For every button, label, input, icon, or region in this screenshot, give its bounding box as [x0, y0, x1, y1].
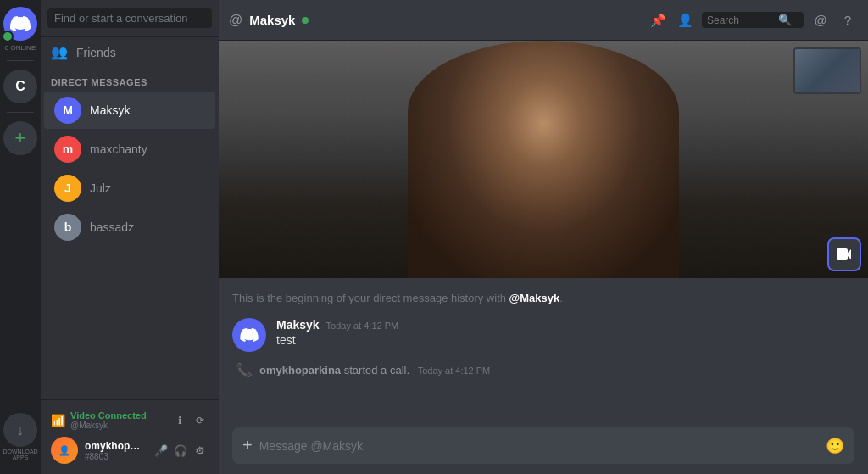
video-cam-button[interactable] [827, 237, 861, 271]
call-notification: 📞 omykhoparkina started a call. Today at… [232, 362, 854, 378]
settings-button[interactable]: ⚙ [192, 442, 209, 459]
vc-title: Video Connected [70, 410, 147, 421]
headphones-button[interactable]: 🎧 [172, 442, 189, 459]
download-apps-button[interactable]: ↓ [3, 413, 37, 447]
server-list: 0 ONLINE C + ↓ DOWNLOADAPPS [0, 0, 41, 474]
call-timestamp: Today at 4:12 PM [418, 365, 491, 376]
divider [7, 112, 34, 113]
msg-content: Maksyk Today at 4:12 PM test [276, 318, 854, 347]
history-text: This is the beginning of your direct mes… [232, 292, 854, 304]
dm-item-maxchanty[interactable]: m maxchanty [44, 131, 215, 168]
msg-text: test [276, 333, 854, 347]
message-input-inner: + 🙂 [232, 427, 854, 464]
dm-name-maksyk: Maksyk [90, 103, 130, 117]
add-server-button[interactable]: + [3, 121, 37, 155]
online-status-dot [302, 17, 309, 24]
vc-icons: ℹ ⟳ [171, 412, 209, 429]
msg-header: Maksyk Today at 4:12 PM [276, 318, 854, 332]
vc-phone-icon[interactable]: ⟳ [192, 412, 209, 429]
vc-info-icon[interactable]: ℹ [171, 412, 188, 429]
at-icon: @ [229, 13, 242, 28]
call-text: omykhoparkina started a call. Today at 4… [259, 364, 490, 376]
dm-name-bassadz: bassadz [90, 220, 134, 234]
user-tag: #8803 [85, 452, 146, 461]
header-right: 📌 👤 🔍 @ ? [648, 10, 858, 31]
main-header: @ Maksyk 📌 👤 🔍 @ ? [219, 0, 868, 41]
user-avatar: 👤 [51, 437, 78, 464]
dm-section-label: DIRECT MESSAGES [41, 67, 219, 91]
sidebar-search-container [41, 0, 219, 37]
help-icon[interactable]: ? [837, 10, 858, 31]
dm-avatar-maxchanty: m [54, 136, 81, 163]
header-search-box: 🔍 [702, 12, 804, 28]
dm-avatar-julz: J [54, 175, 81, 202]
user-info: omykhoppark... #8803 [85, 440, 146, 461]
home-button[interactable] [3, 7, 37, 41]
emoji-button[interactable]: 🙂 [826, 437, 844, 455]
pin-icon[interactable]: 📌 [648, 10, 668, 31]
dm-item-julz[interactable]: J Julz [44, 170, 215, 207]
video-area [219, 41, 868, 278]
search-icon: 🔍 [778, 14, 792, 26]
main-video-feed [219, 41, 868, 278]
dm-item-bassadz[interactable]: b bassadz [44, 209, 215, 246]
user-panel: 👤 omykhoppark... #8803 🎤 🎧 ⚙ [47, 433, 212, 467]
dm-name-maxchanty: maxchanty [90, 142, 147, 156]
vc-text: Video Connected @Maksyk [70, 410, 147, 430]
sidebar-footer: 📶 Video Connected @Maksyk ℹ ⟳ 👤 omykhopp… [41, 399, 219, 474]
dm-avatar-maksyk: M [54, 97, 81, 124]
mic-button[interactable]: 🎤 [153, 442, 170, 459]
thumbnail-feed [795, 49, 860, 92]
user-controls: 🎤 🎧 ⚙ [153, 442, 209, 459]
call-icon: 📞 [236, 362, 253, 378]
main-content: @ Maksyk 📌 👤 🔍 @ ? [219, 0, 868, 474]
dm-name-julz: Julz [90, 181, 111, 195]
history-highlight: @Maksyk [509, 292, 560, 304]
message-input-bar: + 🙂 [219, 421, 868, 474]
header-left: @ Maksyk [229, 13, 309, 28]
add-friend-icon[interactable]: 👤 [675, 10, 695, 31]
msg-avatar-maksyk [232, 318, 266, 352]
sidebar: 👥 Friends DIRECT MESSAGES M Maksyk m max… [41, 0, 219, 474]
message-input[interactable] [259, 429, 819, 463]
user-name: omykhoppark... [85, 440, 146, 452]
vc-sub: @Maksyk [70, 421, 147, 430]
history-before: This is the beginning of your direct mes… [232, 292, 509, 304]
caller-name: omykhoparkina [259, 364, 341, 376]
header-search-input[interactable] [707, 14, 775, 26]
self-video-thumbnail [793, 47, 861, 94]
msg-username: Maksyk [276, 318, 320, 332]
friends-icon: 👥 [51, 44, 68, 60]
add-attachment-button[interactable]: + [242, 427, 253, 464]
chat-area: This is the beginning of your direct mes… [219, 278, 868, 421]
dm-avatar-bassadz: b [54, 214, 81, 241]
channel-name: Maksyk [249, 13, 295, 27]
history-after: . [559, 292, 563, 304]
message-item: Maksyk Today at 4:12 PM test [232, 318, 854, 352]
msg-timestamp: Today at 4:12 PM [326, 321, 399, 331]
server-c[interactable]: C [3, 70, 37, 103]
download-label: DOWNLOADAPPS [3, 449, 37, 460]
online-count: 0 ONLINE [5, 44, 36, 52]
video-connected-status[interactable]: 📶 Video Connected @Maksyk ℹ ⟳ [47, 407, 212, 433]
friends-label: Friends [76, 46, 116, 59]
at-mention-icon[interactable]: @ [810, 10, 831, 31]
divider [7, 60, 34, 61]
online-badge [2, 31, 14, 42]
friends-item[interactable]: 👥 Friends [41, 37, 219, 67]
dm-item-maksyk[interactable]: M Maksyk [44, 92, 215, 129]
signal-icon: 📶 [51, 414, 65, 427]
search-input[interactable] [47, 8, 212, 28]
